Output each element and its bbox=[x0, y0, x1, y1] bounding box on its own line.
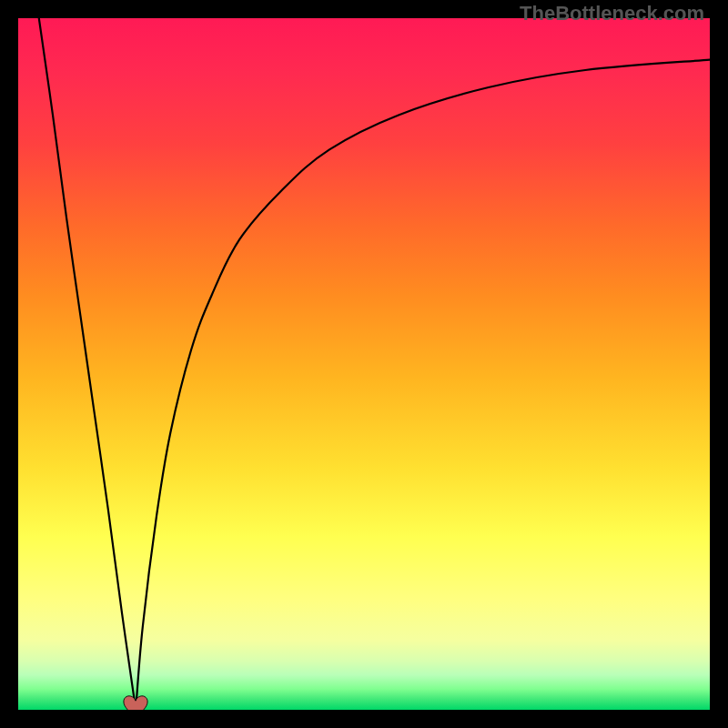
curve-right-branch bbox=[136, 60, 710, 710]
curve-left-branch bbox=[39, 18, 136, 710]
plot-area bbox=[18, 18, 710, 710]
bottleneck-curve bbox=[18, 18, 710, 710]
